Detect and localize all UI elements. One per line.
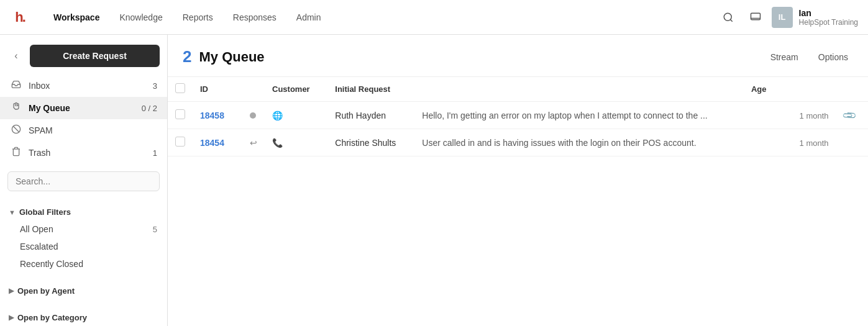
user-info: Ian HelpSpot Training (799, 8, 858, 27)
nav-admin[interactable]: Admin (288, 7, 330, 27)
main-content: 2 My Queue Stream Options ID Custo (168, 35, 868, 326)
open-by-agent-label: Open by Agent (17, 286, 75, 296)
nav-icons (717, 6, 767, 29)
nav-responses[interactable]: Responses (224, 7, 285, 27)
row2-id-cell: 18454 (193, 129, 242, 156)
row1-request-cell: Hello, I'm getting an error on my laptop… (414, 102, 774, 129)
initial-request-column-header: Initial Request (327, 77, 414, 102)
row2-request-text: User called in and is having issues with… (422, 138, 696, 148)
global-filters-label: Global Filters (19, 207, 71, 217)
spam-label: SPAM (29, 125, 151, 135)
row1-channel-cell: 🌐 (265, 102, 327, 129)
row1-request-text: Hello, I'm getting an error on my laptop… (422, 111, 707, 120)
stream-button[interactable]: Stream (765, 50, 803, 65)
nav-knowledge[interactable]: Knowledge (111, 7, 171, 27)
open-by-agent-header[interactable]: ▶ Open by Agent (0, 283, 167, 299)
logo[interactable]: h. (10, 7, 30, 27)
inbox-label: Inbox (29, 81, 147, 91)
collapse-sidebar-button[interactable]: ‹ (7, 47, 25, 65)
nav-links: Workspace Knowledge Reports Responses Ad… (45, 7, 717, 27)
sidebar-item-inbox[interactable]: Inbox 3 (0, 75, 167, 97)
phone-icon: 📞 (272, 138, 283, 148)
open-by-agent-section: ▶ Open by Agent (0, 275, 167, 302)
reply-icon: ↩ (250, 138, 257, 148)
row2-status-cell: ↩ (242, 129, 265, 156)
row1-id-link[interactable]: 18458 (200, 111, 224, 120)
row1-status-cell (242, 102, 265, 129)
sidebar-top: ‹ Create Request (0, 35, 167, 72)
queue-actions: Stream Options (765, 50, 853, 65)
open-by-category-label: Open by Category (17, 313, 87, 322)
search-input[interactable] (7, 171, 160, 191)
row1-id-cell: 18458 (193, 102, 242, 129)
filter-all-open-count: 5 (153, 225, 157, 234)
search-button[interactable] (717, 6, 739, 29)
queue-panel: 2 My Queue Stream Options ID Custo (168, 35, 868, 326)
filter-all-open-label: All Open (20, 224, 53, 234)
row2-attachment-cell (836, 129, 868, 156)
logo-mark: h. (10, 7, 30, 27)
row2-customer-cell: Christine Shults (327, 129, 414, 156)
row2-age-cell: 1 month (774, 129, 836, 156)
attachment-icon: 📎 (841, 107, 857, 123)
row1-customer-cell: Ruth Hayden (327, 102, 414, 129)
sidebar-item-trash[interactable]: Trash 1 (0, 142, 167, 164)
nav-workspace[interactable]: Workspace (45, 7, 108, 27)
nav-reports[interactable]: Reports (174, 7, 222, 27)
trash-badge: 1 (153, 148, 157, 158)
hand-icon (10, 102, 22, 114)
open-by-category-chevron: ▶ (9, 314, 14, 322)
options-button[interactable]: Options (813, 50, 853, 65)
filter-escalated[interactable]: Escalated (0, 238, 167, 255)
id-column-header: ID (193, 77, 242, 102)
myqueue-label: My Queue (29, 103, 135, 113)
filter-recently-closed-label: Recently Closed (20, 259, 83, 269)
row2-checkbox-cell[interactable] (168, 129, 193, 156)
row2-id-link[interactable]: 18454 (200, 138, 224, 148)
open-by-category-section: ▶ Open by Category (0, 302, 167, 326)
tray-icon (750, 12, 761, 23)
trash-icon (10, 147, 22, 159)
customer-column-header: Customer (265, 77, 327, 102)
avatar: IL (772, 7, 793, 28)
user-name: Ian (799, 8, 858, 18)
row1-age-text: 1 month (800, 111, 829, 120)
layout: ‹ Create Request Inbox 3 (0, 35, 868, 326)
sidebar: ‹ Create Request Inbox 3 (0, 35, 168, 326)
filter-escalated-label: Escalated (20, 242, 58, 251)
filter-recently-closed[interactable]: Recently Closed (0, 255, 167, 273)
queue-header: 2 My Queue Stream Options (168, 35, 868, 77)
select-all-checkbox[interactable] (175, 83, 185, 93)
sidebar-item-myqueue[interactable]: My Queue 0 / 2 (0, 97, 167, 119)
trash-label: Trash (29, 148, 147, 158)
search-icon (723, 12, 734, 23)
sidebar-nav: Inbox 3 My Queue 0 / 2 (0, 72, 167, 166)
queue-title: My Queue (199, 49, 765, 65)
row1-checkbox-cell[interactable] (168, 102, 193, 129)
inbox-badge: 3 (153, 81, 157, 91)
global-filters-section: ▼ Global Filters All Open 5 Escalated Re… (0, 196, 167, 275)
age-column-header: Age (414, 77, 774, 102)
svg-line-5 (13, 126, 19, 132)
global-filters-chevron: ▼ (9, 209, 16, 216)
tray-button[interactable] (744, 6, 767, 29)
select-all-header[interactable] (168, 77, 193, 102)
row2-channel-cell: 📞 (265, 129, 327, 156)
user-org: HelpSpot Training (799, 18, 858, 27)
sidebar-item-spam[interactable]: SPAM (0, 119, 167, 142)
queue-count: 2 (183, 47, 191, 66)
row2-checkbox[interactable] (175, 137, 185, 147)
open-by-category-header[interactable]: ▶ Open by Category (0, 309, 167, 326)
open-by-agent-chevron: ▶ (9, 287, 14, 295)
filter-all-open[interactable]: All Open 5 (0, 220, 167, 238)
myqueue-badge: 0 / 2 (142, 104, 157, 113)
user-area[interactable]: IL Ian HelpSpot Training (772, 7, 858, 28)
requests-table: ID Customer Initial Request Age (168, 77, 868, 156)
row1-checkbox[interactable] (175, 109, 185, 119)
spam-icon (10, 124, 22, 137)
global-filters-header[interactable]: ▼ Global Filters (0, 204, 167, 220)
table-row: 18454 ↩ 📞 Christine Shults User called i… (168, 129, 868, 156)
create-request-button[interactable]: Create Request (30, 45, 160, 67)
attachment-column-header (774, 77, 836, 102)
row1-status-dot (250, 112, 256, 119)
